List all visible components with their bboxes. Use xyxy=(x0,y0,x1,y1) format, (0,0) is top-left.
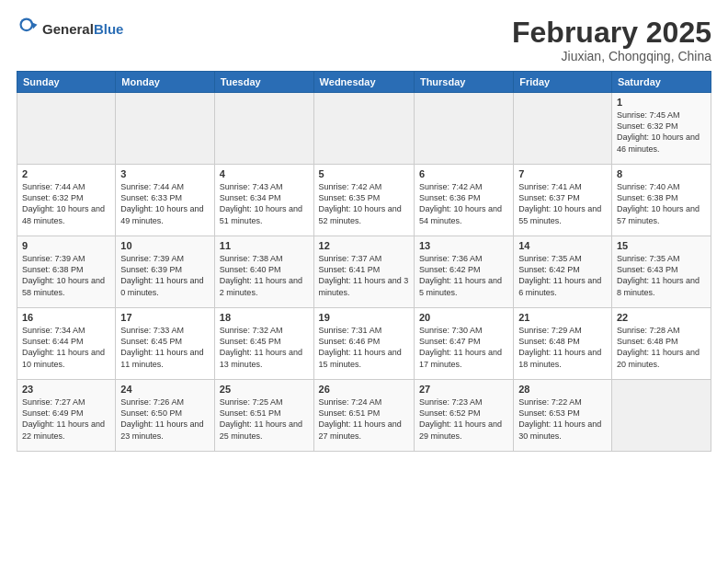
col-tuesday: Tuesday xyxy=(214,72,313,93)
day-info-19: Sunrise: 7:31 AM Sunset: 6:46 PM Dayligh… xyxy=(319,325,409,370)
day-cell-w0-d0 xyxy=(17,93,116,165)
day-number-23: 23 xyxy=(22,384,110,395)
day-number-24: 24 xyxy=(120,384,210,395)
day-cell-w0-d6: 1Sunrise: 7:45 AM Sunset: 6:32 PM Daylig… xyxy=(611,93,711,165)
day-number-6: 6 xyxy=(419,168,508,179)
week-row-0: 1Sunrise: 7:45 AM Sunset: 6:32 PM Daylig… xyxy=(17,93,711,165)
day-cell-w1-d2: 4Sunrise: 7:43 AM Sunset: 6:34 PM Daylig… xyxy=(214,165,313,236)
day-cell-w4-d4: 27Sunrise: 7:23 AM Sunset: 6:52 PM Dayli… xyxy=(414,380,513,452)
day-info-12: Sunrise: 7:37 AM Sunset: 6:41 PM Dayligh… xyxy=(319,253,409,298)
col-wednesday: Wednesday xyxy=(313,72,414,93)
day-cell-w4-d1: 24Sunrise: 7:26 AM Sunset: 6:50 PM Dayli… xyxy=(116,380,215,452)
day-number-16: 16 xyxy=(22,312,110,323)
title-block: February 2025 Jiuxian, Chongqing, China xyxy=(512,17,711,63)
logo-icon xyxy=(18,17,39,37)
day-cell-w0-d1 xyxy=(116,93,215,165)
logo-general-text: General xyxy=(42,21,94,37)
day-cell-w1-d0: 2Sunrise: 7:44 AM Sunset: 6:32 PM Daylig… xyxy=(17,165,116,236)
day-cell-w2-d4: 13Sunrise: 7:36 AM Sunset: 6:42 PM Dayli… xyxy=(414,236,513,308)
day-number-3: 3 xyxy=(120,168,210,179)
day-info-9: Sunrise: 7:39 AM Sunset: 6:38 PM Dayligh… xyxy=(22,253,110,298)
col-thursday: Thursday xyxy=(414,72,513,93)
day-info-28: Sunrise: 7:22 AM Sunset: 6:53 PM Dayligh… xyxy=(518,396,607,442)
day-number-20: 20 xyxy=(419,312,508,323)
col-sunday: Sunday xyxy=(17,72,116,93)
day-info-11: Sunrise: 7:38 AM Sunset: 6:40 PM Dayligh… xyxy=(220,253,309,298)
header: General Blue February 2025 Jiuxian, Chon… xyxy=(17,17,711,63)
day-info-24: Sunrise: 7:26 AM Sunset: 6:50 PM Dayligh… xyxy=(120,396,210,442)
day-cell-w3-d6: 22Sunrise: 7:28 AM Sunset: 6:48 PM Dayli… xyxy=(611,308,711,380)
day-cell-w4-d0: 23Sunrise: 7:27 AM Sunset: 6:49 PM Dayli… xyxy=(17,380,116,452)
col-friday: Friday xyxy=(514,72,612,93)
day-info-2: Sunrise: 7:44 AM Sunset: 6:32 PM Dayligh… xyxy=(22,181,110,226)
day-number-22: 22 xyxy=(617,312,706,323)
day-cell-w4-d2: 25Sunrise: 7:25 AM Sunset: 6:51 PM Dayli… xyxy=(214,380,313,452)
day-info-3: Sunrise: 7:44 AM Sunset: 6:33 PM Dayligh… xyxy=(120,181,210,226)
week-row-4: 23Sunrise: 7:27 AM Sunset: 6:49 PM Dayli… xyxy=(17,380,711,452)
day-info-1: Sunrise: 7:45 AM Sunset: 6:32 PM Dayligh… xyxy=(617,109,706,155)
day-cell-w4-d6 xyxy=(611,380,711,452)
day-number-1: 1 xyxy=(617,97,706,108)
calendar-header-row: Sunday Monday Tuesday Wednesday Thursday… xyxy=(17,72,711,93)
logo: General Blue xyxy=(17,17,123,40)
day-info-26: Sunrise: 7:24 AM Sunset: 6:51 PM Dayligh… xyxy=(319,396,409,442)
day-number-21: 21 xyxy=(518,312,607,323)
day-info-27: Sunrise: 7:23 AM Sunset: 6:52 PM Dayligh… xyxy=(419,396,508,442)
day-info-7: Sunrise: 7:41 AM Sunset: 6:37 PM Dayligh… xyxy=(518,181,607,226)
location: Jiuxian, Chongqing, China xyxy=(512,49,711,63)
day-cell-w1-d5: 7Sunrise: 7:41 AM Sunset: 6:37 PM Daylig… xyxy=(514,165,612,236)
day-cell-w3-d3: 19Sunrise: 7:31 AM Sunset: 6:46 PM Dayli… xyxy=(313,308,414,380)
day-cell-w3-d2: 18Sunrise: 7:32 AM Sunset: 6:45 PM Dayli… xyxy=(214,308,313,380)
day-cell-w0-d4 xyxy=(414,93,513,165)
week-row-3: 16Sunrise: 7:34 AM Sunset: 6:44 PM Dayli… xyxy=(17,308,711,380)
day-cell-w1-d6: 8Sunrise: 7:40 AM Sunset: 6:38 PM Daylig… xyxy=(611,165,711,236)
day-number-15: 15 xyxy=(617,240,706,251)
day-cell-w2-d6: 15Sunrise: 7:35 AM Sunset: 6:43 PM Dayli… xyxy=(611,236,711,308)
col-saturday: Saturday xyxy=(611,72,711,93)
day-info-5: Sunrise: 7:42 AM Sunset: 6:35 PM Dayligh… xyxy=(319,181,409,226)
day-number-14: 14 xyxy=(518,240,607,251)
day-info-20: Sunrise: 7:30 AM Sunset: 6:47 PM Dayligh… xyxy=(419,325,508,370)
day-info-15: Sunrise: 7:35 AM Sunset: 6:43 PM Dayligh… xyxy=(617,253,706,298)
day-cell-w4-d3: 26Sunrise: 7:24 AM Sunset: 6:51 PM Dayli… xyxy=(313,380,414,452)
day-info-8: Sunrise: 7:40 AM Sunset: 6:38 PM Dayligh… xyxy=(617,181,706,226)
week-row-2: 9Sunrise: 7:39 AM Sunset: 6:38 PM Daylig… xyxy=(17,236,711,308)
day-info-23: Sunrise: 7:27 AM Sunset: 6:49 PM Dayligh… xyxy=(22,396,110,442)
month-title: February 2025 xyxy=(512,17,711,49)
day-cell-w4-d5: 28Sunrise: 7:22 AM Sunset: 6:53 PM Dayli… xyxy=(514,380,612,452)
day-info-14: Sunrise: 7:35 AM Sunset: 6:42 PM Dayligh… xyxy=(518,253,607,298)
day-cell-w3-d1: 17Sunrise: 7:33 AM Sunset: 6:45 PM Dayli… xyxy=(116,308,215,380)
day-cell-w1-d3: 5Sunrise: 7:42 AM Sunset: 6:35 PM Daylig… xyxy=(313,165,414,236)
day-info-17: Sunrise: 7:33 AM Sunset: 6:45 PM Dayligh… xyxy=(120,325,210,370)
day-cell-w2-d2: 11Sunrise: 7:38 AM Sunset: 6:40 PM Dayli… xyxy=(214,236,313,308)
day-info-6: Sunrise: 7:42 AM Sunset: 6:36 PM Dayligh… xyxy=(419,181,508,226)
day-number-19: 19 xyxy=(319,312,409,323)
day-cell-w0-d3 xyxy=(313,93,414,165)
day-info-13: Sunrise: 7:36 AM Sunset: 6:42 PM Dayligh… xyxy=(419,253,508,298)
day-info-22: Sunrise: 7:28 AM Sunset: 6:48 PM Dayligh… xyxy=(617,325,706,370)
day-number-10: 10 xyxy=(120,240,210,251)
day-number-26: 26 xyxy=(319,384,409,395)
col-monday: Monday xyxy=(116,72,215,93)
day-number-7: 7 xyxy=(518,168,607,179)
logo-blue-text: Blue xyxy=(94,21,124,37)
day-info-18: Sunrise: 7:32 AM Sunset: 6:45 PM Dayligh… xyxy=(220,325,309,370)
day-info-16: Sunrise: 7:34 AM Sunset: 6:44 PM Dayligh… xyxy=(22,325,110,370)
day-cell-w1-d4: 6Sunrise: 7:42 AM Sunset: 6:36 PM Daylig… xyxy=(414,165,513,236)
day-number-11: 11 xyxy=(220,240,309,251)
day-cell-w0-d5 xyxy=(514,93,612,165)
svg-point-1 xyxy=(22,20,31,29)
day-number-17: 17 xyxy=(120,312,210,323)
day-number-5: 5 xyxy=(319,168,409,179)
day-number-18: 18 xyxy=(220,312,309,323)
day-number-13: 13 xyxy=(419,240,508,251)
day-info-21: Sunrise: 7:29 AM Sunset: 6:48 PM Dayligh… xyxy=(518,325,607,370)
day-number-12: 12 xyxy=(319,240,409,251)
day-cell-w3-d0: 16Sunrise: 7:34 AM Sunset: 6:44 PM Dayli… xyxy=(17,308,116,380)
day-cell-w0-d2 xyxy=(214,93,313,165)
calendar-page: General Blue February 2025 Jiuxian, Chon… xyxy=(0,0,728,563)
day-cell-w3-d4: 20Sunrise: 7:30 AM Sunset: 6:47 PM Dayli… xyxy=(414,308,513,380)
week-row-1: 2Sunrise: 7:44 AM Sunset: 6:32 PM Daylig… xyxy=(17,165,711,236)
day-cell-w2-d1: 10Sunrise: 7:39 AM Sunset: 6:39 PM Dayli… xyxy=(116,236,215,308)
day-info-4: Sunrise: 7:43 AM Sunset: 6:34 PM Dayligh… xyxy=(220,181,309,226)
